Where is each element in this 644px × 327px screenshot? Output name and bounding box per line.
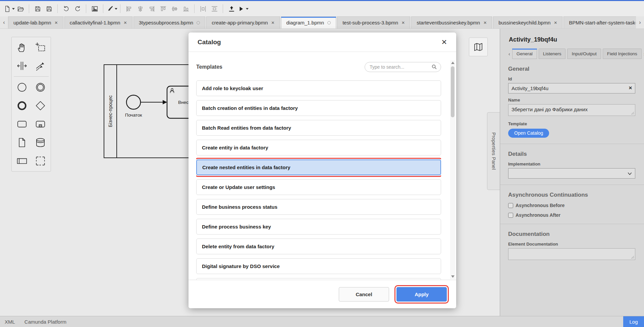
tab-update-lab.bpmn[interactable]: update-lab.bpmn✕ <box>8 16 63 28</box>
id-input[interactable] <box>508 83 635 93</box>
tab-close-icon[interactable]: ✕ <box>554 20 557 25</box>
align-left-button[interactable] <box>123 3 135 14</box>
align-middle-button[interactable] <box>169 3 180 14</box>
cancel-button[interactable]: Cancel <box>339 287 389 302</box>
async-after-checkbox[interactable] <box>508 213 513 218</box>
scrollbar-up-icon[interactable] <box>451 62 454 64</box>
tab-bussineskeychild.bpmn[interactable]: bussineskeychild.bpmn✕ <box>493 16 562 28</box>
deploy-button[interactable] <box>226 3 237 14</box>
global-connect-tool[interactable] <box>31 57 50 75</box>
save-as-button[interactable] <box>43 3 55 14</box>
create-intermediate-event[interactable] <box>31 78 50 96</box>
create-data-store[interactable] <box>31 133 50 152</box>
async-before-checkbox[interactable] <box>508 203 513 208</box>
template-item-label: Digital signature by DSO service <box>202 263 280 269</box>
template-item[interactable]: Batch creation of entities in data facto… <box>196 100 441 116</box>
properties-panel-toggle[interactable]: Properties Panel <box>487 112 500 190</box>
template-item-label: Add role to keycloak user <box>202 85 263 91</box>
align-center-button[interactable] <box>135 3 146 14</box>
tab-close-icon[interactable]: ✕ <box>55 20 58 25</box>
element-documentation-textarea[interactable] <box>508 248 635 260</box>
log-button[interactable]: Log <box>623 316 644 327</box>
hand-tool[interactable] <box>13 38 31 57</box>
new-file-caret-icon[interactable] <box>12 8 15 10</box>
textarea-resize-handle[interactable] <box>631 256 634 259</box>
align-right-button[interactable] <box>146 3 157 14</box>
start-process-button[interactable] <box>237 3 249 14</box>
align-right-icon <box>148 5 155 12</box>
new-file-button[interactable] <box>3 3 15 14</box>
tab-BPMN-start-after-system-task-by-r[interactable]: BPMN-start-after-system-task-by-r <box>564 16 636 28</box>
create-data-object[interactable] <box>13 133 31 152</box>
create-participant[interactable] <box>13 152 31 170</box>
create-group[interactable] <box>31 152 50 170</box>
properties-tabs-scroll-left[interactable]: ‹ <box>508 51 511 59</box>
template-item[interactable]: Delete entity from data factory <box>196 239 441 254</box>
tab-starteventbussineskey.bpmn[interactable]: starteventbussineskey.bpmn✕ <box>411 16 492 28</box>
implementation-select[interactable] <box>508 168 635 179</box>
properties-tab-input-output[interactable]: Input/Output <box>567 49 601 59</box>
name-textarea[interactable]: Зберегти дані до Фабрики даних <box>508 104 635 116</box>
properties-tab-listeners[interactable]: Listeners <box>539 49 566 59</box>
template-item[interactable]: Create nested entities in data factory <box>196 159 441 175</box>
sequence-flow[interactable] <box>141 100 167 105</box>
tab-diagram_1.bpmn[interactable]: diagram_1.bpmn <box>281 16 336 28</box>
create-start-event[interactable] <box>13 78 31 96</box>
scrollbar-down-icon[interactable] <box>451 275 454 278</box>
lasso-tool[interactable] <box>31 38 50 57</box>
open-file-button[interactable] <box>15 3 26 14</box>
tab-label: test-sub-process-3.bpmn <box>342 20 398 25</box>
template-item[interactable]: Add role to keycloak user <box>196 80 441 96</box>
template-item-label: Batch Read entities from data factory <box>202 125 291 131</box>
distribute-horizontal-icon <box>200 5 207 12</box>
properties-tab-field-injections[interactable]: Field Injections <box>603 49 642 59</box>
redo-button[interactable] <box>72 3 83 14</box>
textarea-resize-handle[interactable] <box>631 112 634 115</box>
template-search-input[interactable] <box>370 64 432 70</box>
tab-scroll-left-button[interactable]: ‹ <box>0 16 8 28</box>
set-color-caret-icon[interactable] <box>115 8 117 10</box>
export-image-button[interactable] <box>89 3 100 14</box>
minimap-toggle-button[interactable] <box>469 38 488 56</box>
tab-close-icon[interactable]: ✕ <box>271 20 275 25</box>
align-top-button[interactable] <box>157 3 169 14</box>
template-search[interactable] <box>365 62 441 72</box>
template-item[interactable]: Define process business key <box>196 219 441 235</box>
create-subprocess[interactable] <box>31 115 50 133</box>
tab-close-icon[interactable]: ✕ <box>401 20 405 25</box>
save-button[interactable] <box>32 3 43 14</box>
tab-scroll-right-button[interactable]: › <box>636 16 644 28</box>
template-item[interactable]: Digital signature by DSO service <box>196 258 441 274</box>
tab-test-sub-process-3.bpmn[interactable]: test-sub-process-3.bpmn✕ <box>337 16 410 28</box>
tab-create-app-primary.bpmn[interactable]: create-app-primary.bpmn✕ <box>206 16 280 28</box>
tab-callactivityfinal-1.bpmn[interactable]: callactivityfinal-1.bpmn✕ <box>64 16 132 28</box>
properties-tab-general[interactable]: General <box>512 49 537 59</box>
undo-button[interactable] <box>60 3 72 14</box>
template-item[interactable]: Create entity in data factory <box>196 140 441 155</box>
template-item[interactable]: Define business process status <box>196 199 441 215</box>
align-bottom-button[interactable] <box>180 3 192 14</box>
template-item[interactable]: Batch Read entities from data factory <box>196 120 441 136</box>
apply-button[interactable]: Apply <box>396 287 447 302</box>
start-event[interactable]: Початок <box>125 95 142 118</box>
create-gateway[interactable] <box>31 96 50 115</box>
catalog-close-icon[interactable]: ✕ <box>441 39 447 46</box>
tab-close-icon[interactable]: ✕ <box>483 20 487 25</box>
template-list-scrollbar[interactable] <box>450 60 455 279</box>
tab-3typessubprocess.bpmn[interactable]: 3typessubprocess.bpmn <box>133 16 206 28</box>
distribute-horizontally-button[interactable] <box>197 3 209 14</box>
template-item[interactable]: Create or Update user settings <box>196 179 441 195</box>
open-catalog-button[interactable]: Open Catalog <box>508 129 549 138</box>
id-clear-icon[interactable]: ✕ <box>629 85 632 90</box>
statusbar-item[interactable]: XML <box>5 319 15 325</box>
set-color-button[interactable] <box>106 3 117 14</box>
pool-label: Бізнес-процес <box>108 95 113 127</box>
create-end-event[interactable] <box>13 96 31 115</box>
scrollbar-thumb[interactable] <box>451 66 454 117</box>
start-process-caret-icon[interactable] <box>246 8 249 10</box>
statusbar-item[interactable]: Camunda Platform <box>24 319 66 325</box>
distribute-vertically-button[interactable] <box>209 3 220 14</box>
create-task[interactable] <box>13 115 31 133</box>
tab-close-icon[interactable]: ✕ <box>124 20 127 25</box>
space-tool[interactable] <box>13 57 31 75</box>
